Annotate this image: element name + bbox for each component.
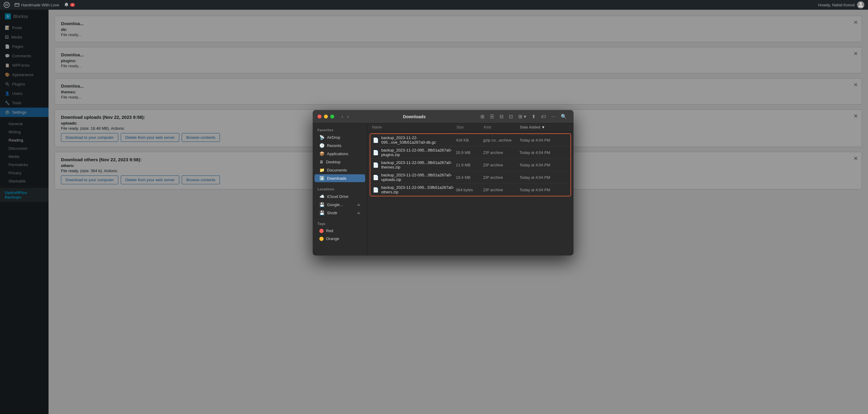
desktop-icon: 🖥: [319, 159, 323, 164]
sidebar-downloads[interactable]: ⬇️ Downloads: [314, 174, 365, 182]
file-size-2: 11.9 MB: [456, 163, 483, 167]
finder-forward-button[interactable]: ›: [346, 112, 350, 121]
file-size-1: 20.9 MB: [456, 150, 483, 155]
finder-files-list: 📄 backup_2023-11-22-095...ove_53fb51a267…: [367, 131, 574, 255]
google-drive-icon: 💾: [319, 202, 324, 207]
documents-icon: 📁: [319, 168, 324, 172]
svg-point-3: [860, 2, 862, 5]
file-name-0: backup_2023-11-22-095...ove_53fb51a267a0…: [381, 135, 456, 145]
sidebar-google[interactable]: 💾 Google... ⏏: [314, 201, 365, 209]
site-name: Handmade With Love: [21, 3, 59, 7]
finder-more-button[interactable]: ···: [550, 113, 557, 121]
tag-red-label: Red: [326, 228, 333, 233]
applications-icon: 📦: [319, 151, 324, 156]
file-date-3: Today at 4:04 PM: [520, 175, 568, 180]
file-name-2: backup_2023-11-22-095...3fb51a267a0-them…: [381, 160, 456, 169]
file-kind-2: ZIP archive: [483, 163, 520, 167]
icloud-icon: ☁️: [319, 194, 324, 199]
airdrop-label: AirDrop: [327, 135, 340, 140]
file-row-0[interactable]: 📄 backup_2023-11-22-095...ove_53fb51a267…: [370, 134, 570, 146]
sidebar-airdrop[interactable]: 📡 AirDrop: [314, 133, 365, 141]
google-label: Google...: [327, 202, 343, 207]
file-icon-4: 📄: [373, 187, 379, 193]
file-icon-2: 📄: [373, 162, 379, 168]
sidebar-applications[interactable]: 📦 Applications: [314, 150, 365, 158]
file-kind-4: ZIP archive: [483, 188, 520, 192]
finder-column-header: Name Size Kind Date Added ▼: [367, 123, 574, 131]
file-date-4: Today at 4:04 PM: [520, 188, 568, 192]
recents-label: Recents: [327, 144, 341, 148]
tags-label: Tags: [313, 221, 367, 227]
desktop-label: Desktop: [326, 160, 341, 164]
downloads-icon: ⬇️: [319, 176, 324, 181]
maximize-window-button[interactable]: [330, 115, 334, 119]
close-window-button[interactable]: [317, 115, 321, 119]
finder-main: Name Size Kind Date Added ▼ 📄 backup_202…: [367, 123, 574, 255]
icloud-label: iCloud Drive: [327, 194, 348, 199]
shottr-icon: 💾: [319, 210, 324, 215]
finder-gallery-view-button[interactable]: ⊡: [507, 113, 515, 121]
sidebar-shottr[interactable]: 💾 Shottr ⏏: [314, 209, 365, 217]
finder-search-button[interactable]: 🔍: [559, 113, 569, 121]
file-name-4: backup_2023-11-22-095...53fb51a267a0-oth…: [381, 185, 456, 194]
file-row-2[interactable]: 📄 backup_2023-11-22-095...3fb51a267a0-th…: [370, 159, 570, 171]
file-kind-0: gzip co...archive: [483, 138, 520, 142]
traffic-lights: [317, 115, 334, 119]
finder-body: Favorites 📡 AirDrop 🕐 Recents 📦 Applicat…: [313, 123, 574, 255]
applications-label: Applications: [327, 152, 348, 156]
sidebar-tag-orange[interactable]: Orange: [314, 235, 365, 243]
admin-bar-site[interactable]: Handmade With Love: [14, 2, 59, 7]
col-name: Name: [372, 125, 457, 129]
file-icon-0: 📄: [373, 137, 379, 143]
finder-icon-view-button[interactable]: ⊞: [478, 113, 486, 121]
finder-window: ‹ › Downloads ⊞ ☰ ⊟ ⊡ ⊞ ▾ ⬆ 🏷 ··· 🔍 Favo…: [313, 110, 574, 255]
locations-label: Locations: [313, 186, 367, 192]
finder-toolbar: ⊞ ☰ ⊟ ⊡ ⊞ ▾ ⬆ 🏷 ··· 🔍: [478, 113, 569, 121]
file-row-3[interactable]: 📄 backup_2023-11-22-095...3fb51a267a0-up…: [370, 171, 570, 183]
file-size-3: 19.4 MB: [456, 175, 483, 180]
col-date: Date Added ▼: [520, 125, 569, 129]
notifications[interactable]: 0: [64, 2, 75, 7]
svg-text:W: W: [5, 3, 8, 7]
file-size-0: 416 KB: [456, 138, 483, 142]
finder-list-view-button[interactable]: ☰: [488, 113, 496, 121]
minimize-window-button[interactable]: [324, 115, 328, 119]
file-kind-1: ZIP archive: [483, 150, 520, 155]
finder-share-button[interactable]: ⬆: [530, 113, 537, 121]
finder-column-view-button[interactable]: ⊟: [498, 113, 505, 121]
finder-tag-button[interactable]: 🏷: [539, 113, 548, 121]
finder-nav: ‹ ›: [340, 112, 350, 121]
admin-bar: W Handmade With Love 0 Howdy, Nahid Komo…: [0, 0, 868, 10]
howdy-text: Howdy, Nahid Komol: [818, 3, 855, 7]
svg-rect-2: [15, 3, 19, 6]
sidebar-icloud[interactable]: ☁️ iCloud Drive: [314, 192, 365, 200]
recents-icon: 🕐: [319, 143, 324, 148]
file-kind-3: ZIP archive: [483, 175, 520, 180]
avatar: [857, 1, 864, 8]
shottr-eject-icon[interactable]: ⏏: [357, 211, 360, 215]
finder-group-button[interactable]: ⊞ ▾: [517, 113, 528, 121]
sidebar-desktop[interactable]: 🖥 Desktop: [314, 158, 365, 166]
tag-orange-dot: [319, 237, 323, 241]
admin-bar-right: Howdy, Nahid Komol: [818, 1, 864, 8]
file-name-1: backup_2023-11-22-095...3fb51a267a0-plug…: [381, 148, 456, 157]
airdrop-icon: 📡: [319, 135, 324, 140]
sidebar-tag-red[interactable]: Red: [314, 227, 365, 234]
file-row-1[interactable]: 📄 backup_2023-11-22-095...3fb51a267a0-pl…: [370, 146, 570, 159]
sidebar-documents[interactable]: 📁 Documents: [314, 166, 365, 174]
finder-sidebar: Favorites 📡 AirDrop 🕐 Recents 📦 Applicat…: [313, 123, 367, 255]
wp-logo[interactable]: W: [4, 2, 10, 8]
sidebar-recents[interactable]: 🕐 Recents: [314, 141, 365, 150]
sort-arrow-icon: ▼: [541, 125, 545, 129]
finder-title: Downloads: [353, 114, 475, 119]
google-eject-icon[interactable]: ⏏: [357, 202, 360, 207]
file-row-4[interactable]: 📄 backup_2023-11-22-095...53fb51a267a0-o…: [370, 183, 570, 196]
col-size: Size: [457, 125, 484, 129]
finder-titlebar: ‹ › Downloads ⊞ ☰ ⊟ ⊡ ⊞ ▾ ⬆ 🏷 ··· 🔍: [313, 110, 574, 123]
file-date-0: Today at 4:04 PM: [520, 138, 568, 142]
file-icon-1: 📄: [373, 150, 379, 156]
finder-back-button[interactable]: ‹: [340, 112, 344, 121]
file-name-3: backup_2023-11-22-095...3fb51a267a0-uplo…: [381, 173, 456, 182]
file-date-2: Today at 4:04 PM: [520, 163, 568, 167]
finder-overlay: ‹ › Downloads ⊞ ☰ ⊟ ⊡ ⊞ ▾ ⬆ 🏷 ··· 🔍 Favo…: [0, 0, 868, 414]
